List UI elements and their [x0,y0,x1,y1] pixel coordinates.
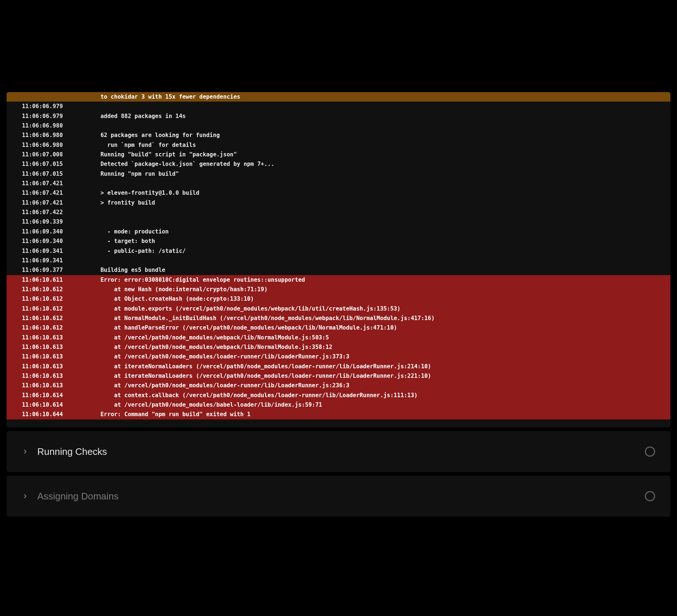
log-message: - target: both [100,236,655,246]
log-row[interactable]: 11:06:09.341 - public-path: /static/ [7,246,670,256]
log-row[interactable]: 11:06:06.98062 packages are looking for … [7,130,670,140]
log-row[interactable]: 11:06:06.980 [7,121,670,130]
log-message: > frontity build [100,198,655,208]
log-timestamp: 11:06:09.340 [22,227,86,236]
log-row[interactable]: 11:06:07.421> frontity build [7,198,670,208]
log-message: Running "build" script in "package.json" [100,150,655,159]
log-timestamp: 11:06:10.613 [22,352,86,361]
log-row[interactable]: 11:06:10.612 at handleParseError (/verce… [7,323,670,332]
log-message [100,121,655,130]
log-timestamp: 11:06:07.421 [22,198,86,208]
log-message: run `npm fund` for details [100,140,655,150]
log-timestamp: 11:06:10.613 [22,333,86,342]
log-timestamp: 11:06:10.644 [22,410,86,419]
log-row[interactable]: 11:06:09.340 - target: both [7,236,670,246]
log-row[interactable]: 11:06:09.341 [7,256,670,265]
log-message: at /vercel/path0/node_modules/loader-run… [100,381,655,390]
log-message: to chokidar 3 with 15x fewer dependencie… [100,92,655,102]
log-row[interactable]: 11:06:07.421> eleven-frontity@1.0.0 buil… [7,188,670,198]
log-row[interactable]: 11:06:10.613 at /vercel/path0/node_modul… [7,381,670,390]
log-timestamp: 11:06:06.979 [22,102,86,111]
status-pending-icon [645,446,655,457]
log-timestamp: 11:06:06.980 [22,130,86,140]
section-running-checks[interactable]: Running Checks [7,431,670,472]
log-row[interactable]: to chokidar 3 with 15x fewer dependencie… [7,92,670,102]
log-timestamp: 11:06:10.614 [22,391,86,400]
log-timestamp: 11:06:09.377 [22,265,86,275]
log-row[interactable]: 11:06:06.979 [7,102,670,111]
log-row[interactable]: 11:06:10.612 at module.exports (/vercel/… [7,304,670,313]
log-row[interactable]: 11:06:07.015Running "npm run build" [7,169,670,179]
log-message: at new Hash (node:internal/crypto/hash:7… [100,285,655,294]
log-message: at /vercel/path0/node_modules/webpack/li… [100,333,655,342]
log-timestamp: 11:06:06.979 [22,111,86,121]
log-timestamp: 11:06:07.422 [22,208,86,217]
log-timestamp: 11:06:10.614 [22,400,86,410]
log-row[interactable]: 11:06:07.015Detected `package-lock.json`… [7,159,670,169]
log-timestamp: 11:06:06.980 [22,121,86,130]
log-row[interactable]: 11:06:10.613 at /vercel/path0/node_modul… [7,352,670,361]
log-timestamp: 11:06:10.612 [22,313,86,323]
log-row[interactable]: 11:06:10.611Error: error:0308010C:digita… [7,275,670,285]
log-message: 62 packages are looking for funding [100,130,655,140]
log-message: at /vercel/path0/node_modules/webpack/li… [100,342,655,352]
log-timestamp: 11:06:10.613 [22,381,86,390]
log-message [100,179,655,188]
log-message: - mode: production [100,227,655,236]
log-timestamp: 11:06:10.613 [22,371,86,381]
section-label: Running Checks [37,444,107,460]
log-message [100,217,655,227]
log-row[interactable]: 11:06:07.421 [7,179,670,188]
log-row[interactable]: 11:06:10.613 at iterateNormalLoaders (/v… [7,362,670,371]
log-row[interactable]: 11:06:10.614 at context.callback (/verce… [7,391,670,400]
status-pending-icon [645,491,655,501]
log-message: - public-path: /static/ [100,246,655,256]
log-timestamp: 11:06:06.980 [22,140,86,150]
log-row[interactable]: 11:06:07.008Running "build" script in "p… [7,150,670,159]
log-timestamp: 11:06:10.612 [22,285,86,294]
log-row[interactable]: 11:06:06.980 run `npm fund` for details [7,140,670,150]
log-timestamp: 11:06:10.612 [22,304,86,313]
log-message: at module.exports (/vercel/path0/node_mo… [100,304,655,313]
log-message: Error: Command "npm run build" exited wi… [100,410,655,419]
build-log-panel: to chokidar 3 with 15x fewer dependencie… [7,92,670,427]
log-message: Building es5 bundle [100,265,655,275]
log-timestamp: 11:06:09.341 [22,246,86,256]
log-row[interactable]: 11:06:09.339 [7,217,670,227]
log-row[interactable]: 11:06:10.613 at /vercel/path0/node_modul… [7,342,670,352]
log-timestamp: 11:06:07.421 [22,188,86,198]
log-timestamp: 11:06:10.612 [22,323,86,332]
log-timestamp: 11:06:09.339 [22,217,86,227]
log-row[interactable]: 11:06:07.422 [7,208,670,217]
log-row[interactable]: 11:06:10.644Error: Command "npm run buil… [7,410,670,419]
log-row[interactable]: 11:06:10.613 at iterateNormalLoaders (/v… [7,371,670,381]
log-lines: to chokidar 3 with 15x fewer dependencie… [7,92,670,427]
log-row[interactable]: 11:06:10.612 at Object.createHash (node:… [7,294,670,304]
section-assigning-domains[interactable]: Assigning Domains [7,476,670,517]
chevron-right-icon [22,448,28,455]
log-message: at iterateNormalLoaders (/vercel/path0/n… [100,371,655,381]
log-message: at /vercel/path0/node_modules/loader-run… [100,352,655,361]
log-timestamp: 11:06:07.015 [22,159,86,169]
log-message: at Object.createHash (node:crypto:133:10… [100,294,655,304]
log-message: at handleParseError (/vercel/path0/node_… [100,323,655,332]
log-row[interactable]: 11:06:10.612 at NormalModule._initBuildH… [7,313,670,323]
log-timestamp: 11:06:07.421 [22,179,86,188]
log-timestamp: 11:06:09.340 [22,236,86,246]
log-row[interactable]: 11:06:09.340 - mode: production [7,227,670,236]
log-timestamp: 11:06:10.612 [22,294,86,304]
log-message: > eleven-frontity@1.0.0 build [100,188,655,198]
log-timestamp: 11:06:09.341 [22,256,86,265]
log-message: Error: error:0308010C:digital envelope r… [100,275,655,285]
log-message: added 882 packages in 14s [100,111,655,121]
log-row[interactable]: 11:06:10.612 at new Hash (node:internal/… [7,285,670,294]
log-message [100,208,655,217]
log-timestamp: 11:06:07.008 [22,150,86,159]
log-row[interactable]: 11:06:06.979added 882 packages in 14s [7,111,670,121]
log-row[interactable]: 11:06:09.377Building es5 bundle [7,265,670,275]
log-row[interactable]: 11:06:10.613 at /vercel/path0/node_modul… [7,333,670,342]
log-message: at iterateNormalLoaders (/vercel/path0/n… [100,362,655,371]
log-row[interactable]: 11:06:10.614 at /vercel/path0/node_modul… [7,400,670,410]
log-message: at NormalModule._initBuildHash (/vercel/… [100,313,655,323]
log-message: Detected `package-lock.json` generated b… [100,159,655,169]
